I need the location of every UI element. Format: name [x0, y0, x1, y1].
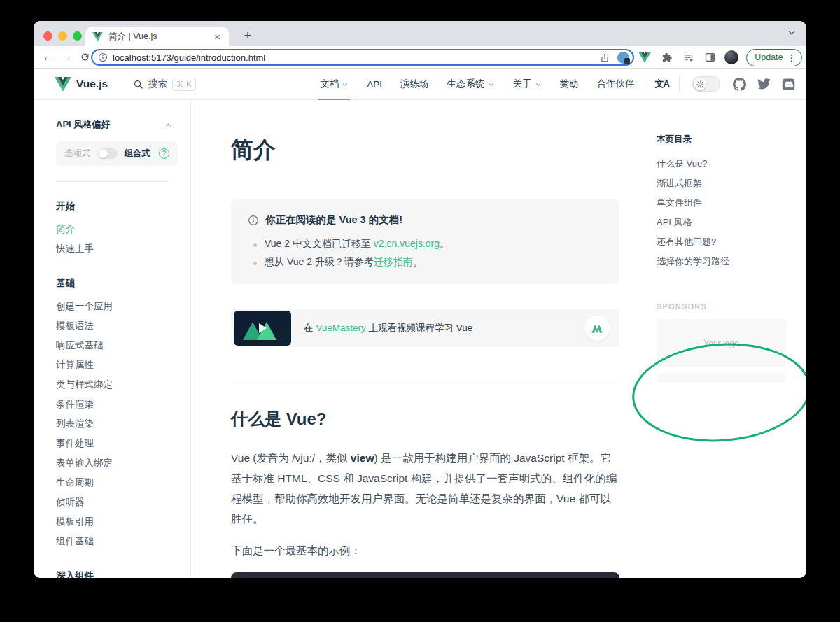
- update-label: Update: [755, 52, 783, 62]
- collapse-chevron-icon[interactable]: [164, 121, 172, 129]
- profile-avatar[interactable]: [724, 50, 738, 64]
- code-block[interactable]: js import { createApp } from 'vue' creat…: [231, 572, 620, 578]
- toc-item-单文件组件[interactable]: 单文件组件: [657, 193, 806, 213]
- sidebar-item-类与样式绑定[interactable]: 类与样式绑定: [56, 375, 190, 395]
- page-title: 简介: [231, 135, 657, 166]
- nav-item-生态系统[interactable]: 生态系统: [447, 69, 495, 99]
- minimize-window-button[interactable]: [58, 31, 67, 41]
- toc-item-什么是 Vue?[interactable]: 什么是 Vue?: [657, 154, 806, 174]
- main-nav: 文档API演练场生态系统关于赞助合作伙伴: [320, 69, 634, 99]
- nav-item-演练场[interactable]: 演练场: [400, 69, 429, 99]
- sidebar-item-列表渲染[interactable]: 列表渲染: [56, 414, 190, 434]
- sidebar-item-组件基础[interactable]: 组件基础: [56, 532, 190, 551]
- forward-button[interactable]: →: [57, 50, 76, 64]
- sidebar-item-响应式基础[interactable]: 响应式基础: [56, 336, 190, 355]
- header-divider: [645, 76, 645, 92]
- sponsor-placeholder[interactable]: Your logo: [657, 319, 786, 367]
- search-label: 搜索: [148, 78, 167, 90]
- nav-item-文档[interactable]: 文档: [320, 69, 349, 99]
- site-header: Vue.js 搜索 ⌘ K 文档API演练场生态系统关于赞助合作伙伴 文A: [34, 69, 806, 100]
- toc-item-还有其他问题?[interactable]: 还有其他问题?: [657, 232, 806, 252]
- section-divider: [231, 386, 620, 386]
- vue-devtools-extension-icon[interactable]: [638, 50, 652, 64]
- github-icon[interactable]: [733, 78, 746, 91]
- site-body: API 风格偏好 选项式 组合式 ? 开始简介快速上手基础创建一个应用模板语法响…: [34, 100, 806, 578]
- info-callout-link[interactable]: v2.cn.vuejs.org: [374, 238, 440, 249]
- composition-api-label[interactable]: 组合式: [125, 148, 151, 160]
- sidebar-item-快速上手[interactable]: 快速上手: [56, 239, 190, 259]
- vue-logo-icon: [55, 77, 71, 92]
- back-button[interactable]: ←: [39, 50, 57, 64]
- site-logo[interactable]: Vue.js: [55, 77, 108, 92]
- address-bar[interactable]: localhost:5173/guide/introduction.html: [91, 49, 634, 66]
- tab-close-icon[interactable]: ×: [213, 31, 222, 42]
- browser-tab[interactable]: 简介 | Vue.js ×: [85, 27, 229, 46]
- toc-item-渐进式框架[interactable]: 渐进式框架: [657, 174, 806, 193]
- side-panel-icon[interactable]: [703, 50, 717, 64]
- info-callout-link[interactable]: 迁移指南: [374, 256, 413, 267]
- toc-item-选择你的学习路径[interactable]: 选择你的学习路径: [657, 252, 806, 271]
- toc-title: 本页目录: [657, 134, 806, 146]
- vuemastery-banner[interactable]: 在 VueMastery 上观看视频课程学习 Vue: [231, 309, 620, 347]
- info-callout-item: 想从 Vue 2 升级？请参考迁移指南。: [248, 253, 603, 271]
- browser-menu-icon[interactable]: ⋮: [788, 52, 797, 63]
- nav-item-label: 合作伙伴: [597, 78, 635, 90]
- share-icon[interactable]: [600, 52, 610, 63]
- chrome-update-button[interactable]: Update ⋮: [746, 49, 802, 66]
- sponsor-placeholder-partial[interactable]: [657, 373, 786, 383]
- sidebar-item-表单输入绑定[interactable]: 表单输入绑定: [56, 453, 190, 473]
- page-outline: 本页目录 什么是 Vue?渐进式框架单文件组件API 风格还有其他问题?选择你的…: [657, 100, 806, 578]
- section-heading: 什么是 Vue?: [231, 408, 657, 430]
- discord-icon[interactable]: [782, 78, 795, 91]
- nav-item-label: 文档: [320, 78, 339, 90]
- privacy-extension-icon[interactable]: [616, 50, 630, 64]
- reading-list-extension-icon[interactable]: [681, 50, 695, 64]
- sidebar-item-计算属性[interactable]: 计算属性: [56, 355, 190, 375]
- sidebar-item-事件处理[interactable]: 事件处理: [56, 434, 190, 453]
- banner-text: 在 VueMastery 上观看视频课程学习 Vue: [304, 322, 472, 334]
- sidebar-item-生命周期[interactable]: 生命周期: [56, 473, 190, 493]
- twitter-icon[interactable]: [757, 78, 771, 90]
- search-icon: [133, 79, 144, 90]
- close-window-button[interactable]: [43, 31, 52, 41]
- search-button[interactable]: 搜索 ⌘ K: [133, 78, 195, 91]
- play-icon: [259, 323, 267, 333]
- translations-icon[interactable]: 文A: [655, 78, 669, 90]
- doc-content: 简介 你正在阅读的是 Vue 3 的文档! Vue 2 中文文档已迁移至 v2.…: [191, 100, 657, 578]
- extensions-row: Update ⋮: [616, 46, 802, 69]
- nav-item-label: API: [367, 79, 382, 90]
- info-callout-title: 你正在阅读的是 Vue 3 的文档!: [265, 213, 402, 227]
- url-text[interactable]: localhost:5173/guide/introduction.html: [113, 52, 593, 63]
- nav-item-API[interactable]: API: [367, 69, 382, 99]
- vuemastery-link[interactable]: VueMastery: [316, 323, 366, 333]
- video-thumbnail[interactable]: [234, 311, 291, 346]
- sidebar-item-模板引用[interactable]: 模板引用: [56, 512, 190, 532]
- sidebar-section-title: 深入组件: [56, 570, 190, 578]
- api-preference-title: API 风格偏好: [56, 118, 110, 131]
- vue-favicon: [92, 32, 103, 41]
- sidebar-item-模板语法[interactable]: 模板语法: [56, 316, 190, 336]
- theme-toggle[interactable]: [692, 76, 720, 92]
- zoom-window-button[interactable]: [73, 31, 82, 41]
- sidebar-item-侦听器[interactable]: 侦听器: [56, 493, 190, 512]
- example-lead-in: 下面是一个最基本的示例：: [231, 544, 657, 558]
- nav-item-合作伙伴[interactable]: 合作伙伴: [597, 69, 635, 99]
- sidebar-item-条件渲染[interactable]: 条件渲染: [56, 395, 190, 414]
- new-tab-button[interactable]: +: [238, 27, 258, 46]
- sidebar-item-创建一个应用[interactable]: 创建一个应用: [56, 297, 190, 316]
- sidebar-divider: [56, 181, 169, 182]
- nav-item-关于[interactable]: 关于: [513, 69, 542, 99]
- api-preference-switch-box: 选项式 组合式 ?: [56, 141, 178, 166]
- api-style-toggle[interactable]: [98, 148, 118, 159]
- sidebar-item-简介[interactable]: 简介: [56, 220, 190, 239]
- page-info-icon[interactable]: [98, 52, 108, 62]
- info-icon: [248, 215, 259, 226]
- options-api-label[interactable]: 选项式: [64, 148, 91, 160]
- tab-search-chevron-icon[interactable]: [787, 28, 797, 38]
- extensions-puzzle-icon[interactable]: [659, 50, 673, 64]
- nav-item-赞助[interactable]: 赞助: [560, 69, 579, 99]
- toc-item-API 风格[interactable]: API 风格: [657, 213, 806, 232]
- browser-toolbar: ← → localhost:5173/guide/introduction.ht…: [34, 46, 806, 69]
- intro-paragraph: Vue (发音为 /vjuː/，类似 view) 是一款用于构建用户界面的 Ja…: [231, 448, 622, 529]
- api-preference-help-icon[interactable]: ?: [159, 148, 169, 159]
